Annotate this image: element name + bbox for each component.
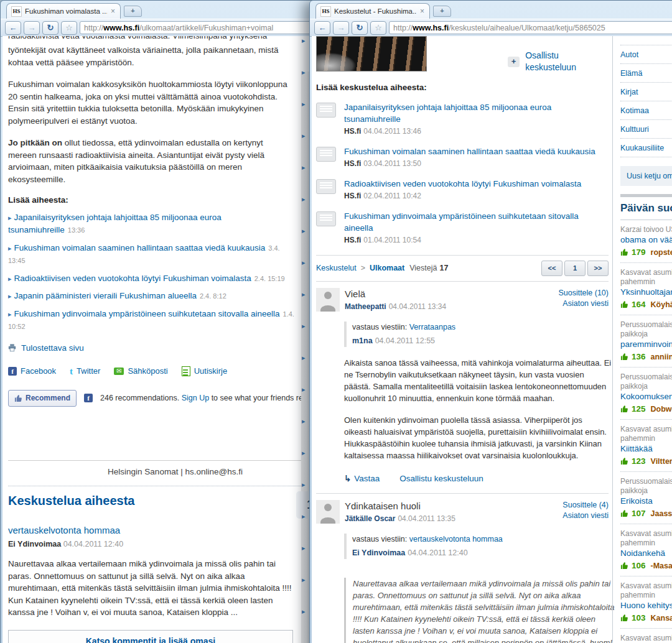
participate-link[interactable]: Osallistu keskusteluun [399,473,483,484]
print-page-link[interactable]: Tulostettava sivu [21,342,84,354]
share-email[interactable]: ✉Sähköposti [114,365,167,377]
pagination: << 1 >> [541,261,609,276]
sidebar-category-kirjat[interactable]: Kirjat [620,83,672,101]
bookmark-button[interactable]: ☆ [61,21,77,35]
related-link[interactable]: Fukushiman voimalan saaminen hallintaan … [14,243,266,252]
hot-title-link[interactable]: obama on vää [620,235,672,244]
share-facebook[interactable]: fFacebook [8,365,56,377]
sidebar-category-kulttuuri[interactable]: Kulttuuri [620,120,672,139]
reload-button[interactable]: ↻ [42,21,58,35]
recommend-link[interactable]: Suosittele (10) [558,288,609,298]
thumb-up-icon [620,614,628,622]
participate-row[interactable]: + Osallistu keskusteluun [508,50,609,73]
hot-title-link[interactable]: Yksinhuoltajan [620,287,672,297]
close-tab-icon[interactable]: × [110,7,116,15]
thread-link[interactable]: Japanilaisyrityksen johtaja lahjoittaa 8… [344,103,551,124]
hot-context: pahemmin [620,434,672,443]
share-email-label[interactable]: Sähköposti [128,365,167,377]
dotted-divider [8,486,342,486]
hot-title-link[interactable]: Kokoomuksen [620,392,672,401]
share-newsletter-label[interactable]: Uutiskirje [194,365,227,377]
thread-source: HS.fi [344,192,361,200]
new-tab-button[interactable]: + [433,6,451,17]
related-link[interactable]: Japanilaisyrityksen johtaja lahjoittaa 8… [8,213,222,235]
hot-title-link[interactable]: Huono kehitys [620,601,672,610]
bullet-icon: ▸ [302,37,306,45]
sidebar-category-kotimaa[interactable]: Kotimaa [620,101,672,120]
reload-button[interactable]: ↻ [352,21,368,35]
thumb-up-icon [620,300,628,308]
share-newsletter[interactable]: Uutiskirje [182,365,227,377]
close-tab-icon[interactable]: × [419,7,425,15]
related-link[interactable]: Fukushiman ydinvoimala ympäristöineen su… [14,309,280,318]
hot-context: Kasvavat asumi [620,268,672,277]
thread-link[interactable]: Fukushiman voimalan saaminen hallintaan … [344,147,595,156]
reply-link[interactable]: Vastaa [354,474,380,483]
hot-title-link[interactable]: paremminvoin [620,340,672,349]
breadcrumb-root[interactable]: Keskustelut [316,262,357,274]
breadcrumb-section[interactable]: Ulkomaat [370,262,404,274]
tab-forum[interactable]: HS Keskustelut - Fukushima... × [315,3,430,19]
report-link[interactable]: Asiaton viesti [562,511,609,521]
participate-link[interactable]: Osallistu keskusteluun [525,50,609,73]
thread-link[interactable]: Radioaktiivisen veden vuotokohta löytyi … [344,179,581,188]
recommend-button[interactable]: Recommend [8,390,77,407]
reply-ref-link[interactable]: Verrataanpas [409,323,455,331]
back-button[interactable]: ← [314,21,330,35]
reload-icon: ↻ [357,23,363,32]
thumb-up-icon [14,394,22,402]
related-link-item: ▸Radioaktiivisen veden vuotokohta löytyi… [8,272,294,285]
recommend-link[interactable]: Suosittele (4) [562,500,609,511]
post-title: Vielä [345,288,446,300]
bullet-icon: ▸ [302,576,306,584]
back-button[interactable]: ← [5,21,21,35]
new-tab-button[interactable]: + [124,6,142,17]
report-link[interactable]: Asiaton viesti [558,298,609,309]
speech-bubble-icon [316,211,336,226]
forward-icon: → [337,23,345,32]
forum-sidebar: Autot Elämä Kirjat Kotimaa Kulttuuri Kuu… [612,36,672,643]
bullet-icon: ▸ [302,544,306,552]
bullet-icon: ▸ [8,310,12,318]
forward-button[interactable]: → [333,21,349,35]
view-comments-button[interactable]: Katso kommentit ja lisää omasi [8,630,293,643]
address-bar[interactable]: http://www.hs.fi/keskustelu/aihealue/Ulk… [389,21,672,34]
share-facebook-label[interactable]: Facebook [21,365,56,377]
bullet-icon: ▸ [302,100,306,108]
share-twitter-label[interactable]: Twitter [77,365,100,377]
hot-user: ropster [651,248,672,257]
related-link[interactable]: Radioaktiivisen veden vuotokohta löytyi … [14,274,251,283]
hot-title-link[interactable]: Kiittäkää [620,444,653,453]
browser-window-forum: HS Keskustelut - Fukushima... × + ← → ↻ … [309,0,672,643]
hot-title-link[interactable]: Noidankehä [620,548,665,558]
bullet-icon: ▸ [8,244,12,252]
hot-title-link[interactable]: Erikoista [620,496,653,506]
sign-up-link[interactable]: Sign Up [182,394,209,402]
page-prev-button[interactable]: << [541,261,562,276]
reply-ref-link[interactable]: vertauskelvotonta hommaa [409,535,503,544]
bullet-icon: ▸ [302,227,306,235]
bookmark-button[interactable]: ☆ [370,21,386,35]
hs-favicon-icon: HS [11,6,22,17]
related-link[interactable]: Japanin pääministeri vieraili Fukushiman… [14,291,197,300]
tab-article[interactable]: HS Fukushiman voimalasta ... × [6,3,121,19]
share-twitter[interactable]: tTwitter [70,365,100,377]
sidebar-category-kuukausiliite[interactable]: Kuukausiliite [620,139,672,157]
page-number-button[interactable]: 1 [564,261,586,276]
sidebar-category-elama[interactable]: Elämä [620,64,672,83]
hot-context: Kasvavat asumi [620,634,672,643]
top-comment-link[interactable]: vertauskelvotonta hommaa [8,525,120,535]
post-date: 04.04.2011 13:34 [389,302,447,311]
bullet-icon: ▸ [302,132,306,140]
page-next-button[interactable]: >> [587,261,609,276]
new-thread-button[interactable]: Uusi ketju oma [620,166,672,186]
reply-action[interactable]: ↳Vastaa [344,473,380,484]
thumb-up-icon [620,562,628,570]
url-scheme: http:// [84,24,103,32]
thread-link[interactable]: Fukushiman ydinvoimala ympäristöineen su… [344,211,579,233]
forward-button[interactable]: → [24,21,40,35]
hot-user: Jaassu [651,509,672,518]
sidebar-category-autot[interactable]: Autot [620,45,672,64]
address-bar[interactable]: http://www.hs.fi/ulkomaat/artikkeli/Fuku… [80,21,346,34]
bullet-icon: ▸ [302,259,306,267]
